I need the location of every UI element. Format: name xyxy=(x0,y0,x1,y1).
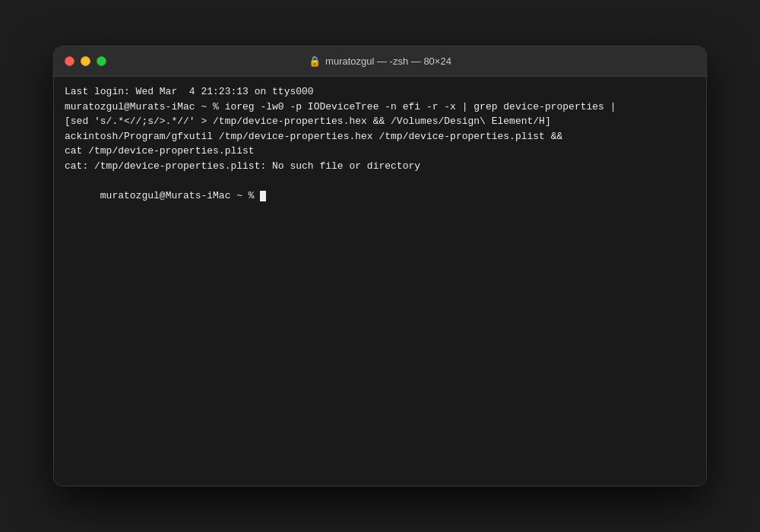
close-button[interactable] xyxy=(65,56,74,66)
terminal-window: 🔒 muratozgul — -zsh — 80×24 Last login: … xyxy=(53,46,707,486)
terminal-line-6: cat: /tmp/device-properties.plist: No su… xyxy=(65,159,695,174)
minimize-button[interactable] xyxy=(81,56,90,66)
terminal-line-4: ackintosh/Program/gfxutil /tmp/device-pr… xyxy=(65,129,695,144)
maximize-button[interactable] xyxy=(97,56,106,66)
window-title: muratozgul — -zsh — 80×24 xyxy=(325,55,451,67)
terminal-line-2: muratozgul@Murats-iMac ~ % ioreg -lw0 -p… xyxy=(65,100,695,115)
traffic-lights xyxy=(65,56,106,66)
terminal-prompt-line: muratozgul@Murats-iMac ~ % xyxy=(65,173,695,218)
lock-icon: 🔒 xyxy=(309,55,321,67)
terminal-content[interactable]: Last login: Wed Mar 4 21:23:13 on ttys00… xyxy=(54,77,706,486)
titlebar: 🔒 muratozgul — -zsh — 80×24 xyxy=(54,46,706,77)
titlebar-text: 🔒 muratozgul — -zsh — 80×24 xyxy=(309,55,451,67)
prompt-text: muratozgul@Murats-iMac ~ % xyxy=(100,190,261,201)
terminal-line-1: Last login: Wed Mar 4 21:23:13 on ttys00… xyxy=(65,84,695,100)
cursor xyxy=(260,191,266,201)
terminal-line-5: cat /tmp/device-properties.plist xyxy=(65,144,695,159)
terminal-line-3: [sed 's/.*<//;s/>.*//' > /tmp/device-pro… xyxy=(65,114,695,129)
